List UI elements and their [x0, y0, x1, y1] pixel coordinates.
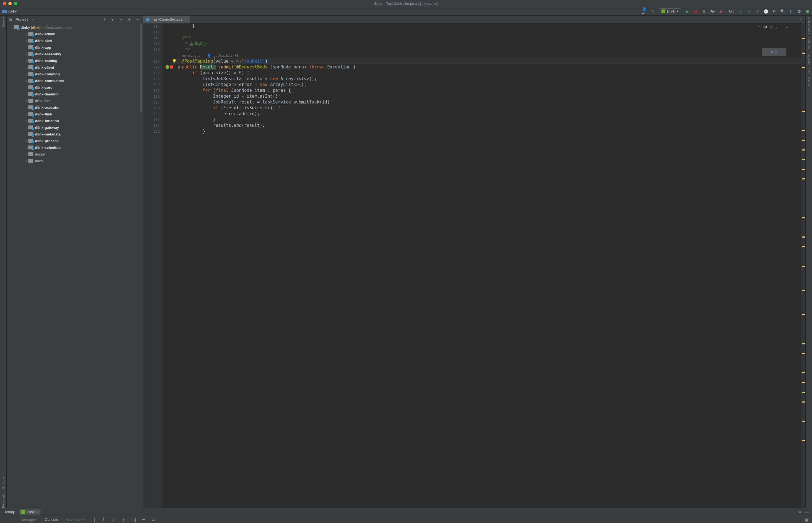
evaluate-icon[interactable]: ▭ [141, 518, 146, 522]
project-panel: ▤ Project ▾ ⌖ ⇟ ⇞ ⚙ — ⌄dinky [dlink] ~/D… [7, 16, 143, 508]
git-rollback-icon[interactable]: ↶ [772, 9, 776, 14]
chevron-up-icon[interactable]: ⌃ [780, 25, 783, 29]
run-configuration-selector[interactable]: Dlink ▾ [659, 8, 681, 14]
update-ide-icon[interactable]: ⬆ [789, 9, 793, 14]
tree-item[interactable]: ›dlink-daemon [7, 91, 143, 97]
inspection-summary[interactable]: ⚠34 ⚠2 ⌃ ⌄ [757, 25, 789, 29]
search-everywhere-icon[interactable]: 🔍 [780, 9, 785, 14]
tab-taskcontroller[interactable]: C TaskController.java × [143, 16, 190, 23]
tree-item[interactable]: ›dlink-assembly [7, 51, 143, 57]
code-editor: C TaskController.java × ⋮ 11511611711811… [143, 16, 805, 508]
stripe-structure[interactable]: Structure [2, 477, 5, 489]
editor-tab-bar: C TaskController.java × ⋮ [143, 16, 805, 23]
tree-item[interactable]: ›dlink-process [7, 138, 143, 144]
gutter[interactable]: 1151161171181191201211221231241251261271… [143, 23, 163, 508]
minimize-window-button[interactable] [8, 2, 12, 5]
bug-icon [21, 510, 25, 514]
tree-item[interactable]: ›dlink-executor [7, 104, 143, 111]
profiler-icon[interactable]: ◔▾ [710, 9, 715, 14]
stripe-database[interactable]: Database [807, 37, 811, 50]
tree-item[interactable]: ›dlink-common [7, 71, 143, 77]
coverage-icon[interactable]: ⛨ [702, 9, 706, 14]
tree-item[interactable]: ›dlink-function [7, 118, 143, 124]
hide-panel-icon[interactable]: — [136, 17, 140, 22]
tree-item[interactable]: ›dlink-connectors [7, 77, 143, 84]
tree-root[interactable]: ⌄dinky [dlink] ~/Desktop/workpla [7, 24, 143, 31]
java-class-icon: C [146, 18, 150, 21]
panel-settings-icon[interactable]: ⚙ [127, 17, 132, 22]
panel-settings-icon[interactable]: ⚙ [798, 510, 802, 514]
stop-button[interactable]: ■ [719, 9, 723, 14]
maximize-window-button[interactable] [14, 2, 17, 5]
step-out-icon[interactable]: ↑ [121, 518, 126, 522]
tree-item[interactable]: ›dlink-admin [7, 31, 143, 37]
user-icon[interactable]: 👤▾ [642, 9, 647, 14]
tree-item[interactable]: ›docker [7, 151, 143, 158]
run-button[interactable]: ▶ [685, 9, 689, 14]
select-opened-file-icon[interactable]: ⌖ [102, 17, 107, 22]
tree-item[interactable]: ›dlink-flink [7, 111, 143, 118]
close-icon[interactable]: × [36, 510, 39, 514]
debug-button[interactable]: 🐞 [693, 9, 698, 14]
build-hammer-icon[interactable]: ↖ [651, 9, 655, 14]
tree-item[interactable]: ›docs [7, 158, 143, 164]
project-folder-icon: ▤ [10, 17, 12, 21]
stripe-bookmarks[interactable]: Bookmarks [2, 493, 5, 508]
settings-gear-icon[interactable]: ⚙ [797, 9, 801, 14]
git-push-icon[interactable]: ↗ [755, 9, 760, 14]
tab-console[interactable]: Console [43, 516, 60, 523]
tree-item[interactable]: ›dlink-doc [7, 97, 143, 104]
window-title: dinky – TaskController.java [dlink-admin… [374, 1, 438, 5]
stripe-notifications[interactable]: Notifications [807, 17, 811, 34]
reader-mode-box[interactable]: m × [762, 48, 787, 56]
error-icon: ⚠ [757, 25, 760, 29]
chevron-down-icon[interactable]: ⌄ [786, 25, 789, 29]
tree-item[interactable]: ›dlink-scheduler [7, 144, 143, 151]
trace-icon[interactable]: ≋ [151, 518, 156, 522]
right-tool-stripe: Notifications Database Big Data Tools Ma… [805, 16, 812, 508]
step-into-icon[interactable]: ↓ [111, 518, 116, 522]
layout-icon[interactable]: ▦ [804, 518, 809, 522]
close-window-button[interactable] [3, 2, 6, 5]
step-over-icon[interactable]: ⤴ [101, 518, 106, 522]
stripe-project[interactable]: Project [2, 17, 5, 27]
titlebar: dinky – TaskController.java [dlink-admin… [0, 0, 812, 7]
expand-all-icon[interactable]: ⇟ [110, 17, 115, 22]
tree-item[interactable]: ›dlink-core [7, 84, 143, 91]
code-content[interactable]: } /** * 批量执行 */ no usages 👤 godkaikai +1… [163, 23, 805, 508]
close-icon[interactable]: × [775, 50, 777, 54]
git-commit-icon[interactable]: ✓ [747, 9, 751, 14]
git-update-icon[interactable]: ↙ [739, 9, 743, 14]
tree-item[interactable]: ›dlink-gateway [7, 124, 143, 131]
project-tree[interactable]: ⌄dinky [dlink] ~/Desktop/workpla ›dlink-… [7, 23, 143, 508]
bug-icon [662, 10, 665, 13]
collapse-all-icon[interactable]: ⇞ [119, 17, 123, 22]
tree-item[interactable]: ›dlink-client [7, 64, 143, 71]
stripe-maven[interactable]: Maven [807, 77, 811, 86]
breadcrumb[interactable]: dinky [8, 9, 17, 13]
tab-label: TaskController.java [152, 17, 183, 21]
tree-item[interactable]: ›dlink-app [7, 44, 143, 51]
error-stripe[interactable] [801, 23, 805, 508]
debug-label: Debug: [3, 510, 15, 514]
git-history-icon[interactable]: 🕘 [763, 9, 768, 14]
debug-session-label: Dlink [27, 510, 35, 514]
tree-item[interactable]: ›dlink-catalog [7, 57, 143, 64]
chevron-down-icon[interactable]: ▾ [32, 17, 34, 21]
tree-item[interactable]: ›dlink-metadata [7, 131, 143, 138]
tree-item[interactable]: ›dlink-alert [7, 37, 143, 44]
close-tab-icon[interactable]: × [185, 17, 187, 22]
tab-actuator[interactable]: ⟲Actuator [65, 516, 86, 523]
debug-session-tab[interactable]: Dlink × [19, 509, 41, 515]
hide-panel-icon[interactable]: — [805, 510, 809, 514]
code-with-me-icon[interactable]: ⬣ [805, 9, 810, 14]
project-folder-icon [2, 10, 7, 13]
git-label: Git: [729, 9, 735, 13]
tab-more-icon[interactable]: ⋮ [796, 17, 805, 21]
stripe-big-data[interactable]: Big Data Tools [807, 54, 811, 73]
project-panel-title[interactable]: Project [16, 17, 28, 21]
scrollbar[interactable] [140, 23, 142, 508]
run-to-cursor-icon[interactable]: →| [131, 518, 136, 522]
chevron-down-icon: ▾ [677, 9, 679, 13]
tab-debugger[interactable]: Debugger [19, 516, 38, 523]
